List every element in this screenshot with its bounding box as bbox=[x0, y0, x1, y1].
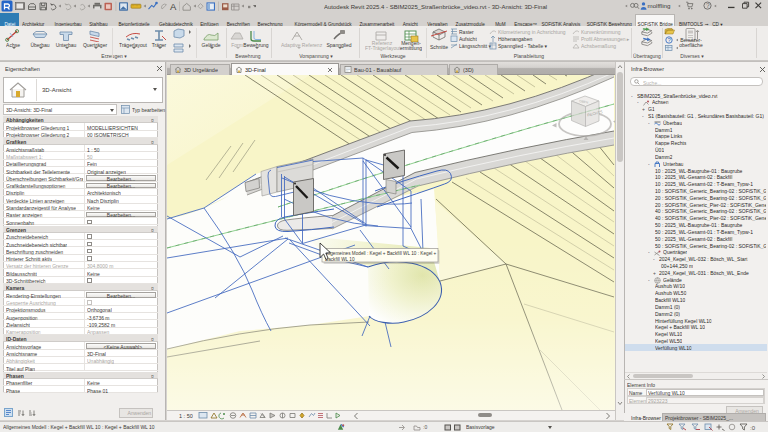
svg-text:Allgemeines Modell : Kegel + B: Allgemeines Modell : Kegel + Backfill WL… bbox=[325, 251, 437, 256]
svg-text:?: ? bbox=[706, 2, 710, 9]
svg-text:Backfill WL 10: Backfill WL 10 bbox=[325, 257, 355, 262]
svg-text:molffling: molffling bbox=[648, 2, 671, 9]
svg-text::0: :0 bbox=[750, 425, 756, 431]
svg-text:A: A bbox=[170, 1, 177, 12]
